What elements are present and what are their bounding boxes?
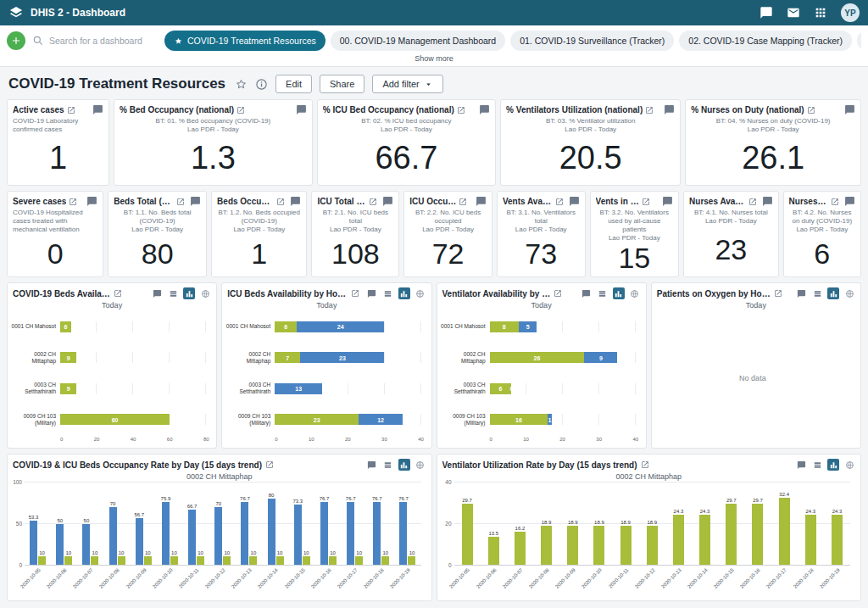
table-view-icon[interactable] <box>597 287 609 299</box>
chart-card[interactable]: Ventilator Availability by …Today0001 CH… <box>437 282 647 449</box>
comments-icon[interactable] <box>479 104 490 115</box>
chart-view-icon[interactable] <box>398 459 410 471</box>
open-in-app-icon[interactable] <box>459 198 467 206</box>
column-bar[interactable] <box>462 504 473 565</box>
open-in-app-icon[interactable] <box>555 198 564 206</box>
kpi-card[interactable]: Vents Availab…BT: 3.1. No. Ventilators t… <box>497 191 586 277</box>
map-view-icon[interactable] <box>199 287 211 299</box>
bar-segment[interactable]: 5 <box>519 321 537 332</box>
column-bar[interactable] <box>620 526 632 565</box>
bar-group[interactable]: 75.910 <box>157 482 183 565</box>
open-in-app-icon[interactable] <box>645 106 654 114</box>
open-in-data-visualizer-icon[interactable] <box>554 289 562 298</box>
bar-group[interactable]: 24.3 <box>692 482 718 565</box>
bar-group[interactable]: 7010 <box>209 482 236 565</box>
comments-icon[interactable] <box>581 287 593 299</box>
column-bar[interactable] <box>249 556 257 565</box>
new-dashboard-button[interactable] <box>7 31 25 50</box>
dashboard-search[interactable] <box>32 35 158 47</box>
dashboard-chip[interactable]: 01. COVID-19 Surveillance (Tracker) <box>510 31 674 51</box>
dhis2-logo-icon[interactable] <box>8 5 24 20</box>
comments-icon[interactable] <box>92 104 103 115</box>
comments-icon[interactable] <box>662 196 673 207</box>
column-bar[interactable] <box>355 556 363 565</box>
column-bar[interactable] <box>593 526 604 565</box>
bar-group[interactable]: 56.710 <box>131 482 157 565</box>
column-bar[interactable] <box>832 515 843 565</box>
bar-group[interactable]: 66.710 <box>183 482 209 565</box>
map-view-icon[interactable] <box>843 287 855 299</box>
kpi-card[interactable]: Beds Total (n…BT: 1.1. No. Beds total (C… <box>108 191 207 277</box>
column-bar[interactable] <box>241 502 248 565</box>
column-bar[interactable] <box>647 526 658 565</box>
messages-icon[interactable] <box>787 6 800 20</box>
dashboard-chip[interactable]: COVID-19 Treatment Resources <box>164 31 326 51</box>
user-avatar[interactable]: YP <box>841 3 860 22</box>
dashboard-chip[interactable]: 00. COVID-19 Management Dashboard <box>331 31 505 51</box>
column-bar[interactable] <box>294 505 302 565</box>
open-in-app-icon[interactable] <box>176 198 185 206</box>
column-bar[interactable] <box>38 556 46 565</box>
column-bar[interactable] <box>268 499 275 565</box>
column-bar[interactable] <box>408 556 415 565</box>
open-in-app-icon[interactable] <box>831 198 839 206</box>
column-bar[interactable] <box>347 502 354 565</box>
column-bar[interactable] <box>541 526 552 565</box>
table-view-icon[interactable] <box>382 459 394 471</box>
kpi-card[interactable]: Nurses o…BT: 4.2. No. Nurses on duty (CO… <box>783 191 861 277</box>
comments-icon[interactable] <box>151 287 163 299</box>
map-view-icon[interactable] <box>415 459 426 471</box>
column-bar[interactable] <box>82 524 90 566</box>
kpi-card[interactable]: Vents in …BT: 3.2. No. Ventilators used … <box>590 191 680 277</box>
chart-view-icon[interactable] <box>827 287 839 299</box>
comments-icon[interactable] <box>296 104 307 115</box>
trend-chart-card[interactable]: COVID-19 & ICU Beds Occupancy Rate by Da… <box>7 454 432 601</box>
bar-group[interactable]: 76.710 <box>394 482 420 565</box>
kpi-card[interactable]: ICU Occu…BT: 2.2. No. ICU beds occupiedL… <box>403 191 492 277</box>
chart-view-icon[interactable] <box>613 287 625 299</box>
kpi-card[interactable]: ICU Total (nat…BT: 2.1. No. ICU beds tot… <box>311 191 399 277</box>
bar-segment[interactable]: 7 <box>275 352 300 363</box>
bar-group[interactable]: 18.9 <box>586 482 612 565</box>
bar-group[interactable]: 5010 <box>51 482 77 565</box>
open-in-app-icon[interactable] <box>807 106 815 114</box>
kpi-card[interactable]: % Nurses on Duty (national)BT: 04. % Nur… <box>685 99 861 186</box>
column-bar[interactable] <box>805 515 816 565</box>
comments-icon[interactable] <box>476 196 487 207</box>
bar-group[interactable]: 29.7 <box>718 482 744 565</box>
map-view-icon[interactable] <box>843 459 855 471</box>
dashboard-chip[interactable]: 03. EPICURVE by Province <box>857 31 861 51</box>
comments-icon[interactable] <box>844 104 855 115</box>
column-bar[interactable] <box>373 502 381 565</box>
column-bar[interactable] <box>64 556 72 565</box>
comments-icon[interactable] <box>795 287 807 299</box>
chart-view-icon[interactable] <box>398 287 410 299</box>
comments-icon[interactable] <box>86 196 97 207</box>
bar-group[interactable]: 24.3 <box>665 482 692 565</box>
column-bar[interactable] <box>303 556 310 565</box>
bar-group[interactable]: 18.9 <box>533 482 559 565</box>
comments-icon[interactable] <box>795 459 807 471</box>
bar-group[interactable]: 18.9 <box>613 482 639 565</box>
show-more-button[interactable]: Show more <box>7 51 861 66</box>
column-bar[interactable] <box>399 502 407 565</box>
column-bar[interactable] <box>673 515 684 565</box>
table-view-icon[interactable] <box>811 459 823 471</box>
chart-view-icon[interactable] <box>183 287 195 299</box>
bar-segment[interactable]: 8 <box>490 321 519 332</box>
bar-group[interactable]: 18.9 <box>639 482 665 565</box>
column-bar[interactable] <box>56 524 64 566</box>
dashboard-chip[interactable]: 02. COVID-19 Case Mapping (Tracker) <box>679 31 852 51</box>
comments-icon[interactable] <box>190 196 201 207</box>
kpi-card[interactable]: Nurses Avail…BT: 4.1. No. Nurses totalLa… <box>683 191 779 277</box>
apps-menu-icon[interactable] <box>814 6 827 20</box>
bar-segment[interactable]: 24 <box>297 321 384 332</box>
comments-icon[interactable] <box>844 196 855 207</box>
bar-group[interactable]: 5010 <box>77 482 103 565</box>
column-bar[interactable] <box>144 556 152 565</box>
table-view-icon[interactable] <box>167 287 179 299</box>
column-bar[interactable] <box>276 556 284 565</box>
bar-group[interactable]: 18.9 <box>559 482 586 565</box>
column-bar[interactable] <box>726 504 737 565</box>
open-in-app-icon[interactable] <box>642 198 650 206</box>
